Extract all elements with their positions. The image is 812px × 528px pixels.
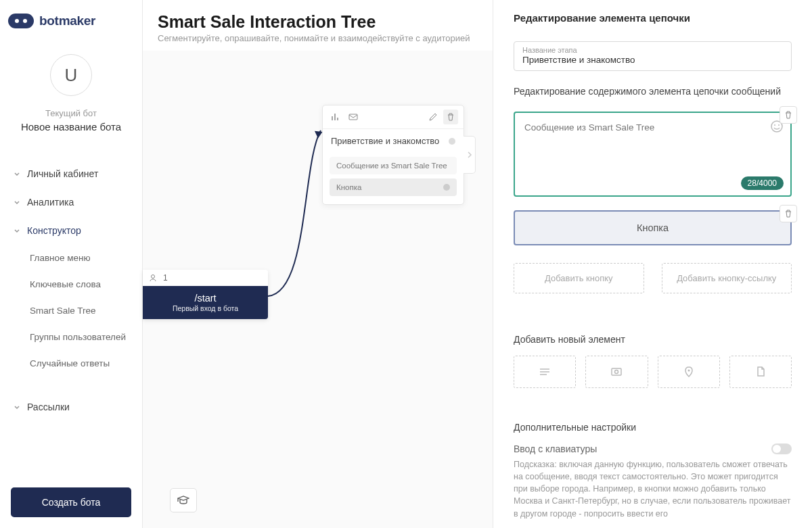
start-node-subtitle: Первый вход в бота: [148, 304, 263, 312]
nav-sub-smart-sale[interactable]: Smart Sale Tree: [0, 297, 142, 324]
right-panel: Редактирование элемента цепочки Название…: [493, 0, 812, 528]
add-link-button-button[interactable]: Добавить кнопку-ссылку: [662, 263, 792, 293]
element-row: [514, 356, 792, 388]
svg-point-6: [615, 370, 618, 374]
nav-item-analytics[interactable]: Аналитика: [0, 188, 142, 216]
keyboard-input-toggle[interactable]: [771, 443, 792, 454]
start-node-count: 1: [163, 273, 168, 283]
edit-icon[interactable]: [426, 110, 441, 124]
svg-point-4: [778, 124, 780, 126]
sidebar: botmaker U Текущий бот Новое название бо…: [0, 0, 143, 528]
logo[interactable]: botmaker: [0, 0, 142, 34]
mail-icon[interactable]: [346, 110, 361, 124]
message-box-wrap: Сообщение из Smart Sale Tree 28/4000: [514, 112, 792, 197]
page-title: Smart Sale Interaction Tree: [158, 12, 478, 32]
chevron-down-icon: [14, 170, 20, 177]
nav-sub-user-groups[interactable]: Группы пользователей: [0, 324, 142, 350]
canvas-area: Smart Sale Interaction Tree Сегментируйт…: [143, 0, 493, 528]
stage-value: Приветствие и знакомство: [522, 55, 783, 65]
nav-sub-main-menu[interactable]: Главное меню: [0, 245, 142, 271]
add-location-element[interactable]: [658, 356, 720, 388]
chain-button-label: Кнопка: [336, 183, 361, 191]
add-buttons-row: Добавить кнопку Добавить кнопку-ссылку: [514, 263, 792, 293]
chain-expand-button[interactable]: [464, 136, 476, 174]
user-block: U Текущий бот Новое название бота: [0, 34, 142, 146]
stage-name-field[interactable]: Название этапа Приветствие и знакомство: [514, 41, 792, 71]
keyboard-input-label: Ввод с клавиатуры: [514, 443, 597, 454]
nav: Личный кабинет Аналитика Конструктор Гла…: [0, 146, 142, 477]
add-button-button[interactable]: Добавить кнопку: [514, 263, 644, 293]
delete-button-button[interactable]: [780, 205, 797, 222]
users-icon: [150, 274, 159, 282]
button-preview[interactable]: Кнопка: [514, 210, 792, 245]
chevron-down-icon: [14, 199, 20, 206]
start-node-title: /start: [148, 293, 263, 304]
add-file-element[interactable]: [729, 356, 792, 388]
start-node-body: /start Первый вход в бота: [143, 286, 268, 319]
nav-label: Конструктор: [27, 225, 81, 236]
chain-button-row[interactable]: Кнопка: [330, 178, 457, 196]
nav-label: Аналитика: [27, 197, 74, 208]
panel-title: Редактирование элемента цепочки: [514, 12, 792, 24]
svg-point-0: [152, 275, 155, 279]
chain-toolbar: [323, 105, 464, 129]
add-text-element[interactable]: [514, 356, 576, 388]
nav-item-cabinet[interactable]: Личный кабинет: [0, 160, 142, 188]
create-bot-button[interactable]: Создать бота: [11, 487, 131, 517]
page-subtitle: Сегментируйте, опрашивайте, понимайте и …: [158, 33, 478, 43]
current-bot-label: Текущий бот: [0, 108, 142, 118]
add-element-heading: Добавить новый элемент: [514, 334, 792, 345]
additional-settings-heading: Дополнительные настройки: [514, 422, 792, 433]
content-section-label: Редактирование содержимого элемента цепо…: [514, 86, 792, 97]
canvas[interactable]: 1 /start Первый вход в бота Приветствие …: [143, 51, 493, 525]
connector-dot-icon[interactable]: [443, 184, 450, 191]
bot-name: Новое название бота: [0, 121, 142, 133]
chart-icon[interactable]: [328, 110, 343, 124]
svg-point-7: [687, 370, 690, 372]
char-counter: 28/4000: [741, 176, 784, 190]
chain-node-title: Приветствие и знакомство: [331, 136, 439, 146]
logo-icon: [8, 14, 34, 28]
avatar[interactable]: U: [50, 54, 92, 96]
svg-rect-5: [612, 368, 621, 375]
nav-sub-random-answers[interactable]: Случайные ответы: [0, 350, 142, 377]
nav-label: Рассылки: [27, 402, 70, 412]
svg-point-3: [774, 124, 775, 126]
start-node-header: 1: [143, 270, 268, 286]
page-header: Smart Sale Interaction Tree Сегментируйт…: [143, 0, 493, 51]
svg-rect-1: [349, 114, 357, 120]
nav-item-mailings[interactable]: Рассылки: [0, 393, 142, 421]
connector-dot-icon[interactable]: [449, 138, 455, 145]
chain-message-row[interactable]: Сообщение из Smart Sale Tree: [330, 157, 457, 174]
delete-message-button[interactable]: [780, 106, 797, 124]
chain-node-title-row: Приветствие и знакомство: [323, 129, 464, 153]
connector-line: [268, 124, 329, 313]
trash-icon[interactable]: [443, 110, 458, 124]
stage-label: Название этапа: [522, 46, 783, 54]
logo-text: botmaker: [39, 14, 95, 28]
message-input[interactable]: Сообщение из Smart Sale Tree 28/4000: [514, 112, 792, 197]
button-box-wrap: Кнопка: [514, 210, 792, 245]
nav-item-constructor[interactable]: Конструктор: [0, 216, 142, 245]
hint-text: Подсказка: включая данную функцию, польз…: [514, 458, 792, 520]
start-node[interactable]: 1 /start Первый вход в бота: [143, 270, 268, 319]
help-button[interactable]: [170, 488, 197, 512]
add-photo-element[interactable]: [585, 356, 648, 388]
keyboard-input-setting: Ввод с клавиатуры: [514, 443, 792, 454]
nav-label: Личный кабинет: [27, 168, 98, 179]
message-text: Сообщение из Smart Sale Tree: [524, 122, 781, 133]
chevron-down-icon: [14, 227, 20, 234]
nav-sub-keywords[interactable]: Ключевые слова: [0, 271, 142, 297]
chevron-down-icon: [14, 404, 20, 410]
chain-node[interactable]: Приветствие и знакомство Сообщение из Sm…: [322, 105, 464, 205]
